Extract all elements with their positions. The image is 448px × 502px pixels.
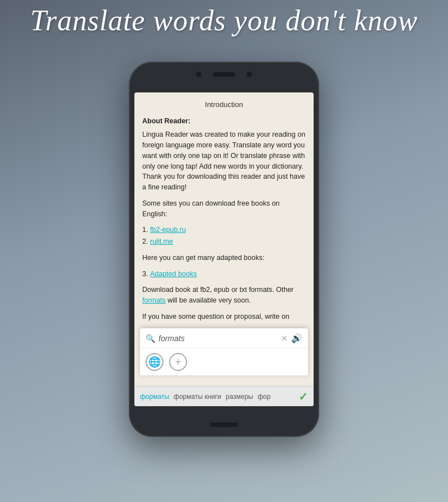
search-icon: 🔍	[146, 334, 155, 343]
autocomplete-word-1[interactable]: форматы	[140, 393, 169, 401]
phone-camera	[196, 72, 202, 77]
screen-adapted-intro: Here you can get many adapted books:	[142, 253, 306, 263]
search-input[interactable]: formats	[158, 334, 278, 343]
autocomplete-word-2[interactable]: форматы книги	[174, 393, 221, 401]
autocomplete-word-3[interactable]: размеры	[226, 393, 253, 401]
link-rulit[interactable]: rulit.me	[150, 238, 173, 245]
page-headline: Translate words you don't know	[0, 4, 448, 36]
add-icon[interactable]: +	[169, 353, 187, 371]
popup-search-bar: 🔍 formats ✕ 🔊	[140, 328, 308, 348]
phone-speaker	[213, 72, 235, 77]
screen-section-title: About Reader:	[142, 116, 306, 127]
screen-sites-intro: Some sites you can download free books o…	[142, 198, 306, 220]
list-item-3: Adapted books	[150, 269, 306, 280]
screen-sites-list: fb2-epub.ru rulit.me	[150, 225, 306, 247]
popup-icons-row: 🌐 +	[140, 348, 308, 375]
screen-title: Introduction	[142, 99, 306, 110]
link-fb2epub[interactable]: fb2-epub.ru	[150, 226, 186, 234]
screen-content: Introduction About Reader: Lingua Reader…	[134, 92, 314, 350]
list-item-2: rulit.me	[150, 236, 306, 247]
phone-home-bar	[210, 422, 238, 427]
screen-download-text: Download book at fb2, epub or txt format…	[142, 285, 306, 306]
autocomplete-bar: форматы форматы книги размеры фор ✓	[134, 386, 314, 406]
checkmark-button[interactable]: ✓	[298, 390, 308, 403]
phone-screen: Introduction About Reader: Lingua Reader…	[134, 92, 314, 406]
link-adapted-books[interactable]: Adapted books	[150, 270, 197, 278]
translation-popup: 🔍 formats ✕ 🔊 🌐 +	[140, 328, 308, 375]
autocomplete-word-4[interactable]: фор	[258, 393, 270, 401]
list-item-1: fb2-epub.ru	[150, 225, 306, 235]
globe-icon[interactable]: 🌐	[146, 353, 164, 371]
phone-camera-2	[246, 72, 252, 77]
screen-adapted-list: Adapted books	[150, 269, 306, 280]
link-formats[interactable]: formats	[142, 296, 166, 304]
phone-device: Introduction About Reader: Lingua Reader…	[129, 62, 319, 437]
close-button[interactable]: ✕	[281, 334, 288, 343]
speaker-button[interactable]: 🔊	[291, 333, 302, 343]
screen-body-text: Lingua Reader was created to make your r…	[142, 129, 306, 193]
phone-top-bar	[196, 72, 252, 77]
screen-question-text: If you have some question or proposal, w…	[142, 312, 306, 322]
